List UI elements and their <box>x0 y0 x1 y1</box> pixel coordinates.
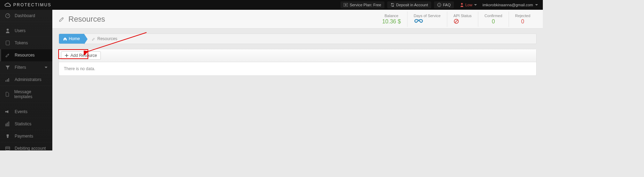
sidebar-item-label: Statistics <box>15 121 31 126</box>
panel-toolbar: Add Resource <box>59 49 536 62</box>
service-plan-button[interactable]: Service Plan: Free <box>340 1 384 8</box>
page-title-text: Resources <box>68 15 105 24</box>
trophy-icon <box>5 134 10 139</box>
bullhorn-icon <box>5 109 10 114</box>
svg-rect-0 <box>344 3 348 7</box>
filter-icon <box>5 65 10 70</box>
page-header: Resources Balance 10.36 $ Days of Servic… <box>52 10 543 29</box>
svg-rect-10 <box>8 78 9 82</box>
header-stats: Balance 10.36 $ Days of Service API Stat… <box>376 12 537 27</box>
sidebar-item-administrators[interactable]: Administrators <box>0 74 52 86</box>
sidebar-item-message-templates[interactable]: Message templates <box>0 86 52 103</box>
sidebar-item-label: Dashboard <box>15 13 35 18</box>
sidebar-item-label: Administrators <box>15 77 42 82</box>
panel-body: There is no data. <box>59 62 536 75</box>
caret-down-icon <box>45 67 47 68</box>
svg-point-4 <box>461 3 463 5</box>
plus-icon <box>65 54 68 57</box>
stat-value: 0 <box>515 19 530 25</box>
sidebar-item-label: Events <box>15 109 28 114</box>
edit-icon <box>59 16 65 22</box>
page-title: Resources <box>59 15 105 24</box>
svg-rect-7 <box>6 41 9 45</box>
caret-down-icon <box>474 4 477 6</box>
stat-api: API Status <box>447 12 478 27</box>
file-icon <box>5 92 10 97</box>
faq-button[interactable]: i FAQ <box>434 1 454 8</box>
card-icon <box>5 146 10 150</box>
sidebar-item-label: Users <box>15 28 25 33</box>
sidebar-item-label: Resources <box>15 53 35 58</box>
breadcrumb-home-label: Home <box>69 36 80 41</box>
add-resource-label: Add Resource <box>70 53 97 58</box>
stat-confirmed: Confirmed 0 <box>478 12 509 27</box>
svg-point-6 <box>7 29 9 31</box>
sidebar-item-filters[interactable]: Filters <box>0 61 52 74</box>
user-icon <box>5 28 10 33</box>
main-area: Resources Balance 10.36 $ Days of Servic… <box>52 10 543 150</box>
svg-rect-15 <box>7 137 8 138</box>
sidebar-item-debiting[interactable]: Debiting account <box>0 142 52 150</box>
refresh-icon <box>390 3 395 7</box>
deposit-label: Deposit in Account <box>396 3 428 7</box>
account-menu[interactable]: imkorobkinaanna@gmail.com <box>480 3 543 7</box>
caret-down-icon <box>535 4 538 6</box>
svg-rect-8 <box>6 80 6 82</box>
stat-label: Rejected <box>515 14 530 18</box>
stat-label: Days of Service <box>414 14 441 18</box>
svg-rect-13 <box>7 123 8 126</box>
edit-icon <box>5 53 10 58</box>
brand-text: PROTECTIMUS <box>13 2 51 7</box>
stat-label: Balance <box>382 14 400 18</box>
sidebar-item-users[interactable]: Users <box>0 25 52 37</box>
tablet-icon <box>5 40 10 45</box>
svg-rect-9 <box>7 79 8 82</box>
stat-days: Days of Service <box>407 12 447 27</box>
cloud-lock-icon <box>3 2 11 8</box>
sidebar-item-tokens[interactable]: Tokens <box>0 37 52 49</box>
alert-low[interactable]: Low <box>457 3 480 7</box>
user-email: imkorobkinaanna@gmail.com <box>482 3 533 7</box>
money-icon <box>344 3 348 7</box>
stat-value: 10.36 $ <box>382 19 400 25</box>
breadcrumb: Home Resources <box>59 34 537 44</box>
topbar: PROTECTIMUS Service Plan: Free Deposit i… <box>0 0 543 10</box>
svg-rect-17 <box>6 148 10 148</box>
empty-message: There is no data. <box>64 66 95 71</box>
deposit-button[interactable]: Deposit in Account <box>387 1 431 8</box>
sidebar-item-label: Payments <box>15 134 33 139</box>
signal-icon <box>5 77 10 82</box>
sidebar-item-dashboard[interactable]: Dashboard <box>0 10 52 22</box>
svg-rect-12 <box>6 124 6 126</box>
stat-balance: Balance 10.36 $ <box>376 12 407 27</box>
resources-panel: Add Resource There is no data. <box>59 49 537 76</box>
svg-line-19 <box>455 20 458 23</box>
sidebar-item-label: Filters <box>15 65 26 70</box>
dashboard-icon <box>5 13 10 18</box>
ban-icon <box>454 19 459 24</box>
user-alert-icon <box>460 3 464 7</box>
sidebar-item-payments[interactable]: Payments <box>0 130 52 142</box>
bar-icon <box>5 121 10 126</box>
sidebar-item-label: Debiting account <box>15 146 46 150</box>
add-resource-button[interactable]: Add Resource <box>61 51 101 60</box>
breadcrumb-current-label: Resources <box>97 36 117 41</box>
breadcrumb-home[interactable]: Home <box>59 34 84 44</box>
info-icon: i <box>437 3 441 7</box>
sidebar-item-resources[interactable]: Resources <box>0 49 52 61</box>
faq-label: FAQ <box>443 3 451 7</box>
stat-label: Confirmed <box>485 14 502 18</box>
stat-value <box>454 19 472 24</box>
sidebar-item-label: Tokens <box>15 40 28 45</box>
stat-rejected: Rejected 0 <box>509 12 537 27</box>
edit-icon <box>92 37 96 41</box>
sidebar-item-label: Message templates <box>14 89 47 99</box>
service-plan-label: Service Plan: Free <box>350 3 381 7</box>
sidebar-item-statistics[interactable]: Statistics <box>0 118 52 130</box>
infinity-icon <box>414 19 424 23</box>
sidebar: Dashboard Users Tokens Resources Filters… <box>0 10 52 150</box>
brand-logo[interactable]: PROTECTIMUS <box>0 2 52 8</box>
svg-point-1 <box>345 4 346 6</box>
sidebar-item-events[interactable]: Events <box>0 106 52 118</box>
svg-rect-11 <box>5 111 6 112</box>
